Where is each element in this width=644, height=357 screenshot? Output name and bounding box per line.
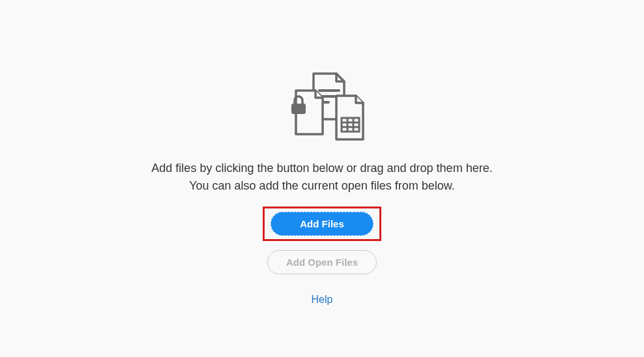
instruction-line-1: Add files by clicking the button below o…: [151, 160, 492, 177]
add-files-panel: Add files by clicking the button below o…: [151, 71, 492, 306]
instruction-line-2: You can also add the current open files …: [151, 177, 492, 195]
highlight-annotation: Add Files: [263, 207, 381, 241]
svg-rect-3: [291, 104, 306, 114]
files-illustration-icon: [276, 71, 368, 147]
add-open-files-button[interactable]: Add Open Files: [267, 250, 377, 274]
instruction-text: Add files by clicking the button below o…: [151, 160, 492, 195]
help-link[interactable]: Help: [312, 294, 333, 306]
add-files-button[interactable]: Add Files: [271, 212, 373, 236]
